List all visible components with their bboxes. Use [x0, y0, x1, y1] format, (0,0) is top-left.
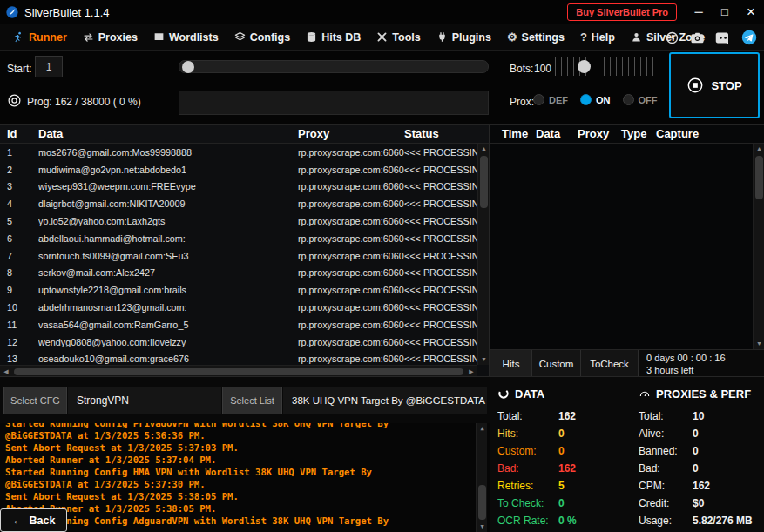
table-row[interactable]: 12wendyg0808@yahoo.com:Iloveizzyrp.proxy… — [0, 333, 477, 351]
cell-data: yo.lo52@yahoo.com:Laxh2gts — [38, 216, 298, 226]
scroll-down-arrow[interactable]: ▼ — [754, 339, 764, 349]
table-row[interactable]: 6abdellaoui.hammadi@hotmail.com:rp.proxy… — [0, 230, 477, 247]
start-slider-thumb[interactable] — [182, 61, 194, 73]
cell-status: <<< PROCESSING BLOCK — [404, 337, 477, 347]
log-vscrollbar[interactable]: ▲ ▼ — [476, 423, 487, 532]
table-row[interactable]: 2mudiwima@go2vpn.net:abdobedo1rp.proxysc… — [0, 161, 477, 178]
radio-circle-icon — [533, 94, 544, 105]
maximize-button[interactable]: □ — [712, 0, 738, 24]
stat-label: OCR Rate: — [497, 515, 558, 527]
progress-ring-icon — [7, 93, 22, 108]
hscroll-thumb[interactable] — [14, 368, 463, 375]
vscroll-thumb[interactable] — [480, 156, 488, 208]
buy-pro-button[interactable]: Buy SilverBullet Pro — [567, 3, 677, 21]
hits-tabs: Hits Custom ToCheck 0 days 00 : 00 : 16 … — [490, 349, 764, 377]
radio-circle-icon — [623, 94, 634, 105]
nav-item-plugins[interactable]: Plugins — [429, 24, 499, 51]
tab-hits[interactable]: Hits — [490, 350, 532, 377]
cell-proxy: rp.proxyscrape.com:6060 — [298, 181, 404, 192]
nav-item-help[interactable]: ? Help — [572, 24, 623, 51]
prox-off-radio[interactable]: OFF — [623, 94, 658, 105]
nav-item-tools[interactable]: Tools — [368, 24, 428, 51]
start-slider[interactable] — [179, 60, 489, 73]
runner-table-vscrollbar[interactable]: ▲ ▼ — [477, 144, 489, 365]
table-row[interactable]: 5yo.lo52@yahoo.com:Laxh2gtsrp.proxyscrap… — [0, 212, 477, 230]
table-row[interactable]: 7sorntouch.ts0099@gmail.com:SEu3rp.proxy… — [0, 247, 477, 265]
cell-id: 1 — [7, 147, 38, 158]
cell-id: 2 — [7, 165, 38, 175]
tools-icon — [376, 31, 388, 43]
table-row[interactable]: 1mos2676@gmail.com:Mos99998888rp.proxysc… — [0, 144, 477, 161]
nav-item-wordlists[interactable]: Wordlists — [145, 24, 226, 51]
select-list-button[interactable]: Select List — [222, 387, 282, 414]
bots-slider-thumb[interactable] — [578, 60, 591, 73]
nav-item-proxies[interactable]: Proxies — [75, 24, 145, 51]
camera-icon[interactable] — [690, 30, 705, 45]
nav-item-settings[interactable]: ⚙ Settings — [499, 24, 572, 51]
hits-table-body — [490, 144, 753, 349]
cell-data: dlaigrbot@gmail.com:NIKITA20009 — [38, 199, 298, 209]
telegram-icon[interactable] — [741, 30, 757, 45]
nav-item-configs[interactable]: Configs — [226, 24, 299, 51]
table-row[interactable]: 3wiyesep931@weepm.com:FREEvyperp.proxysc… — [0, 178, 477, 196]
settings-gear-icon: ⚙ — [507, 30, 517, 44]
start-input[interactable] — [35, 56, 63, 77]
prox-def-radio[interactable]: DEF — [533, 94, 568, 105]
tab-tocheck[interactable]: ToCheck — [581, 350, 639, 377]
prox-on-radio[interactable]: ON — [580, 94, 611, 105]
discord-icon[interactable] — [715, 31, 731, 44]
stat-row: Hits:0 — [497, 425, 637, 442]
log-line: @BiGGESTDATA at 1/3/2025 5:37:30 PM. — [5, 478, 490, 490]
close-button[interactable]: × — [738, 0, 764, 24]
cell-data: oseadouko10@gmail.com:grace676 — [38, 354, 298, 364]
header-data: Data — [38, 127, 298, 140]
cell-id: 7 — [7, 251, 38, 261]
vscroll-thumb[interactable] — [755, 156, 763, 199]
stat-row: Bad:0 — [639, 460, 762, 477]
log-line: Sent Abort Request at 1/3/2025 5:38:05 P… — [5, 490, 490, 502]
cell-proxy: rp.proxyscrape.com:6060 — [298, 199, 404, 209]
runner-table-hscrollbar[interactable]: ◀ ▶ — [0, 365, 477, 377]
hitsdb-icon — [306, 31, 317, 43]
table-row[interactable]: 10abdelrhmanosman123@gmail.com:rp.proxys… — [0, 299, 477, 316]
minimize-button[interactable]: ─ — [686, 0, 712, 24]
runner-log[interactable]: Started Running Config PrivadoVPN with W… — [0, 423, 490, 532]
window-controls: ─ □ × — [686, 0, 764, 24]
stat-value: $0 — [693, 497, 704, 509]
proxies-stats-panel: PROXIES & PERF Total:10 Alive:0 Banned:0… — [639, 386, 762, 529]
history-icon[interactable] — [665, 30, 679, 45]
nav-item-hits-db[interactable]: Hits DB — [298, 24, 368, 51]
back-button[interactable]: ← Back — [0, 508, 67, 532]
table-row[interactable]: 8serkov@mail.com:Alex2427rp.proxyscrape.… — [0, 265, 477, 282]
runner-table-header: Id Data Proxy Status — [0, 125, 489, 144]
table-row[interactable]: 11vasaa564@gmail.com:RamGarro_5rp.proxys… — [0, 316, 477, 333]
nav-label: Hits DB — [321, 31, 361, 44]
table-row[interactable]: 4dlaigrbot@gmail.com:NIKITA20009rp.proxy… — [0, 195, 477, 212]
table-row[interactable]: 13oseadouko10@gmail.com:grace676rp.proxy… — [0, 351, 477, 365]
prox-options: DEF ON OFF — [533, 94, 658, 105]
radio-circle-icon — [580, 94, 592, 105]
cell-data: wiyesep931@weepm.com:FREEvype — [38, 181, 298, 192]
cell-status: <<< PROCESSING BLOCK — [404, 233, 477, 244]
vscroll-thumb[interactable] — [478, 485, 486, 520]
select-config-button[interactable]: Select CFG — [3, 387, 67, 414]
scroll-down-arrow[interactable]: ▼ — [478, 354, 490, 365]
stop-button[interactable]: STOP — [669, 52, 760, 118]
table-row[interactable]: 9uptownstyle2218@gmail.com:brailsrp.prox… — [0, 281, 477, 299]
tab-custom[interactable]: Custom — [532, 350, 581, 377]
nav-label: Help — [592, 31, 615, 44]
nav-item-runner[interactable]: Runner — [5, 24, 75, 51]
scroll-down-arrow[interactable]: ▼ — [477, 522, 488, 532]
stat-label: Custom: — [497, 445, 558, 457]
cell-status: <<< PROCESSING BLOCK — [404, 251, 477, 261]
hits-table-vscrollbar[interactable]: ▲ ▼ — [753, 144, 764, 349]
cell-data: abdelrhmanosman123@gmail.com: — [38, 302, 298, 313]
cell-data: mudiwima@go2vpn.net:abdobedo1 — [38, 165, 298, 175]
bots-slider[interactable] — [555, 57, 658, 76]
stat-label: Bad: — [639, 462, 693, 475]
scroll-up-arrow[interactable]: ▲ — [754, 144, 764, 154]
nav-label: Wordlists — [169, 31, 219, 44]
scroll-up-arrow[interactable]: ▲ — [477, 423, 488, 434]
nav-right-icons — [665, 24, 757, 51]
scroll-up-arrow[interactable]: ▲ — [478, 144, 490, 154]
